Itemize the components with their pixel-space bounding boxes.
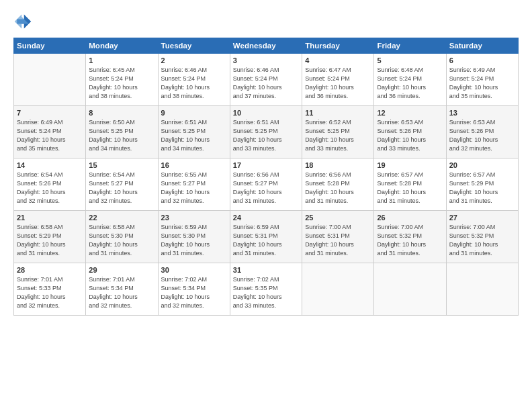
day-number: 17 (233, 161, 299, 169)
day-info: Sunrise: 7:00 AM Sunset: 5:32 PM Dayligh… (377, 223, 443, 258)
calendar-cell: 2Sunrise: 6:46 AM Sunset: 5:24 PM Daylig… (158, 54, 230, 106)
calendar-cell: 7Sunrise: 6:49 AM Sunset: 5:24 PM Daylig… (14, 106, 86, 158)
day-number: 29 (89, 266, 154, 274)
day-number: 5 (377, 56, 443, 64)
calendar-cell: 14Sunrise: 6:54 AM Sunset: 5:26 PM Dayli… (14, 158, 86, 211)
day-info: Sunrise: 6:57 AM Sunset: 5:28 PM Dayligh… (377, 171, 443, 205)
calendar-cell (302, 263, 374, 316)
day-number: 10 (233, 109, 299, 117)
day-number: 19 (377, 161, 443, 169)
day-number: 31 (233, 266, 299, 274)
day-number: 1 (89, 56, 154, 64)
day-number: 25 (305, 214, 371, 222)
calendar-cell: 5Sunrise: 6:48 AM Sunset: 5:24 PM Daylig… (374, 54, 446, 106)
day-info: Sunrise: 6:47 AM Sunset: 5:24 PM Dayligh… (305, 66, 371, 101)
week-row-5: 28Sunrise: 7:01 AM Sunset: 5:33 PM Dayli… (14, 263, 519, 316)
calendar-cell: 16Sunrise: 6:55 AM Sunset: 5:27 PM Dayli… (158, 158, 230, 211)
day-number: 21 (17, 214, 83, 222)
day-info: Sunrise: 6:54 AM Sunset: 5:26 PM Dayligh… (17, 171, 83, 205)
week-row-4: 21Sunrise: 6:58 AM Sunset: 5:29 PM Dayli… (14, 211, 519, 263)
day-info: Sunrise: 7:02 AM Sunset: 5:34 PM Dayligh… (161, 275, 227, 310)
day-number: 26 (377, 214, 443, 222)
day-number: 8 (89, 109, 154, 117)
day-info: Sunrise: 6:58 AM Sunset: 5:29 PM Dayligh… (17, 223, 83, 258)
day-info: Sunrise: 6:49 AM Sunset: 5:24 PM Dayligh… (449, 66, 515, 101)
day-number: 4 (305, 56, 371, 64)
day-info: Sunrise: 7:01 AM Sunset: 5:33 PM Dayligh… (17, 275, 83, 310)
day-number: 27 (449, 214, 515, 222)
calendar-cell (374, 263, 446, 316)
week-row-3: 14Sunrise: 6:54 AM Sunset: 5:26 PM Dayli… (14, 158, 519, 211)
day-number: 15 (89, 161, 154, 169)
header (13, 12, 519, 31)
day-number: 24 (233, 214, 299, 222)
day-info: Sunrise: 6:50 AM Sunset: 5:25 PM Dayligh… (89, 118, 154, 153)
day-info: Sunrise: 6:45 AM Sunset: 5:24 PM Dayligh… (89, 66, 154, 101)
day-info: Sunrise: 6:59 AM Sunset: 5:31 PM Dayligh… (233, 223, 299, 258)
day-info: Sunrise: 6:46 AM Sunset: 5:24 PM Dayligh… (233, 66, 299, 101)
day-number: 9 (161, 109, 227, 117)
day-number: 7 (17, 109, 83, 117)
calendar-cell: 15Sunrise: 6:54 AM Sunset: 5:27 PM Dayli… (86, 158, 158, 211)
day-info: Sunrise: 6:53 AM Sunset: 5:26 PM Dayligh… (377, 118, 443, 153)
weekday-header-monday: Monday (86, 38, 158, 54)
calendar-cell: 17Sunrise: 6:56 AM Sunset: 5:27 PM Dayli… (230, 158, 302, 211)
weekday-header-saturday: Saturday (446, 38, 518, 54)
week-row-1: 1Sunrise: 6:45 AM Sunset: 5:24 PM Daylig… (14, 54, 519, 106)
weekday-header-thursday: Thursday (302, 38, 374, 54)
calendar-cell: 24Sunrise: 6:59 AM Sunset: 5:31 PM Dayli… (230, 211, 302, 263)
day-number: 11 (305, 109, 371, 117)
calendar-body: 1Sunrise: 6:45 AM Sunset: 5:24 PM Daylig… (14, 54, 519, 316)
day-info: Sunrise: 6:54 AM Sunset: 5:27 PM Dayligh… (89, 171, 154, 205)
day-number: 14 (17, 161, 83, 169)
day-number: 12 (377, 109, 443, 117)
day-info: Sunrise: 6:56 AM Sunset: 5:27 PM Dayligh… (233, 171, 299, 205)
calendar-cell: 9Sunrise: 6:51 AM Sunset: 5:25 PM Daylig… (158, 106, 230, 158)
logo-icon (13, 12, 32, 31)
calendar-cell: 1Sunrise: 6:45 AM Sunset: 5:24 PM Daylig… (86, 54, 158, 106)
calendar-cell: 28Sunrise: 7:01 AM Sunset: 5:33 PM Dayli… (14, 263, 86, 316)
day-info: Sunrise: 6:48 AM Sunset: 5:24 PM Dayligh… (377, 66, 443, 101)
day-info: Sunrise: 6:52 AM Sunset: 5:25 PM Dayligh… (305, 118, 371, 153)
calendar-cell: 19Sunrise: 6:57 AM Sunset: 5:28 PM Dayli… (374, 158, 446, 211)
calendar-cell: 18Sunrise: 6:56 AM Sunset: 5:28 PM Dayli… (302, 158, 374, 211)
day-info: Sunrise: 6:57 AM Sunset: 5:29 PM Dayligh… (449, 171, 515, 205)
calendar-cell: 31Sunrise: 7:02 AM Sunset: 5:35 PM Dayli… (230, 263, 302, 316)
calendar-cell: 13Sunrise: 6:53 AM Sunset: 5:26 PM Dayli… (446, 106, 518, 158)
day-number: 3 (233, 56, 299, 64)
day-info: Sunrise: 7:00 AM Sunset: 5:32 PM Dayligh… (449, 223, 515, 258)
calendar-cell (446, 263, 518, 316)
day-info: Sunrise: 7:02 AM Sunset: 5:35 PM Dayligh… (233, 275, 299, 310)
day-info: Sunrise: 6:59 AM Sunset: 5:30 PM Dayligh… (161, 223, 227, 258)
logo (13, 12, 35, 31)
calendar-cell: 23Sunrise: 6:59 AM Sunset: 5:30 PM Dayli… (158, 211, 230, 263)
day-number: 22 (89, 214, 154, 222)
calendar-cell: 22Sunrise: 6:58 AM Sunset: 5:30 PM Dayli… (86, 211, 158, 263)
calendar-cell: 26Sunrise: 7:00 AM Sunset: 5:32 PM Dayli… (374, 211, 446, 263)
calendar-cell: 10Sunrise: 6:51 AM Sunset: 5:25 PM Dayli… (230, 106, 302, 158)
calendar-cell: 29Sunrise: 7:01 AM Sunset: 5:34 PM Dayli… (86, 263, 158, 316)
calendar-header: SundayMondayTuesdayWednesdayThursdayFrid… (14, 38, 519, 54)
calendar-cell: 11Sunrise: 6:52 AM Sunset: 5:25 PM Dayli… (302, 106, 374, 158)
calendar-cell: 21Sunrise: 6:58 AM Sunset: 5:29 PM Dayli… (14, 211, 86, 263)
calendar-cell: 6Sunrise: 6:49 AM Sunset: 5:24 PM Daylig… (446, 54, 518, 106)
weekday-header-friday: Friday (374, 38, 446, 54)
day-number: 20 (449, 161, 515, 169)
calendar-cell: 8Sunrise: 6:50 AM Sunset: 5:25 PM Daylig… (86, 106, 158, 158)
day-number: 2 (161, 56, 227, 64)
page: SundayMondayTuesdayWednesdayThursdayFrid… (0, 0, 532, 411)
calendar-cell (14, 54, 86, 106)
day-number: 18 (305, 161, 371, 169)
day-info: Sunrise: 6:51 AM Sunset: 5:25 PM Dayligh… (161, 118, 227, 153)
calendar-cell: 30Sunrise: 7:02 AM Sunset: 5:34 PM Dayli… (158, 263, 230, 316)
day-info: Sunrise: 6:56 AM Sunset: 5:28 PM Dayligh… (305, 171, 371, 205)
calendar-cell: 3Sunrise: 6:46 AM Sunset: 5:24 PM Daylig… (230, 54, 302, 106)
day-number: 13 (449, 109, 515, 117)
day-info: Sunrise: 7:00 AM Sunset: 5:31 PM Dayligh… (305, 223, 371, 258)
weekday-header-wednesday: Wednesday (230, 38, 302, 54)
day-info: Sunrise: 6:49 AM Sunset: 5:24 PM Dayligh… (17, 118, 83, 153)
day-info: Sunrise: 6:55 AM Sunset: 5:27 PM Dayligh… (161, 171, 227, 205)
calendar-cell: 4Sunrise: 6:47 AM Sunset: 5:24 PM Daylig… (302, 54, 374, 106)
day-number: 6 (449, 56, 515, 64)
calendar-cell: 20Sunrise: 6:57 AM Sunset: 5:29 PM Dayli… (446, 158, 518, 211)
